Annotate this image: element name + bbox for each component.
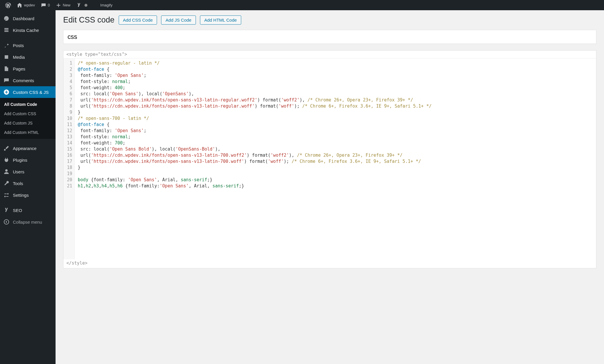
- collapse-icon: [4, 219, 9, 225]
- yoast-icon: [76, 3, 82, 8]
- line-number-gutter: 123456789101112131415161718192021: [63, 58, 75, 259]
- sidebar-item-label: Kinsta Cache: [13, 28, 39, 33]
- dashboard-icon: [4, 15, 9, 21]
- comment-icon: [4, 77, 9, 83]
- wp-logo-icon: [5, 2, 11, 8]
- sidebar-collapse-button[interactable]: Collapse menu: [0, 216, 56, 228]
- media-icon: [4, 54, 9, 60]
- editor-close-tag: </style>: [63, 259, 596, 268]
- site-home-button[interactable]: wpdev: [14, 0, 38, 10]
- comments-icon: [41, 3, 46, 8]
- submenu-add-custom-html[interactable]: Add Custom HTML: [0, 128, 56, 137]
- sidebar-item-label: Media: [13, 55, 25, 60]
- wrench-icon: [4, 180, 9, 186]
- document-title-input[interactable]: [63, 30, 596, 44]
- page-header: Edit CSS code Add CSS Code Add JS Code A…: [63, 15, 596, 25]
- sidebar-item-tools[interactable]: Tools: [0, 177, 56, 189]
- main-content: Edit CSS code Add CSS Code Add JS Code A…: [56, 10, 604, 364]
- comments-count: 0: [48, 3, 50, 7]
- sidebar-item-label: Posts: [13, 43, 24, 48]
- code-editor: <style type="text/css"> 1234567891011121…: [63, 50, 596, 268]
- sidebar-item-custom-css-js[interactable]: Custom CSS & JS: [0, 86, 56, 98]
- sidebar-item-users[interactable]: Users: [0, 166, 56, 177]
- sidebar-item-label: Plugins: [13, 158, 27, 163]
- admin-toolbar: wpdev 0 New Imagify: [0, 0, 604, 10]
- add-html-code-button[interactable]: Add HTML Code: [200, 15, 241, 25]
- sidebar-item-pages[interactable]: Pages: [0, 63, 56, 75]
- sidebar-item-label: Custom CSS & JS: [13, 90, 49, 95]
- sidebar-item-plugins[interactable]: Plugins: [0, 154, 56, 166]
- sidebar-item-label: Appearance: [13, 146, 37, 151]
- yoast-button[interactable]: [73, 0, 90, 10]
- sidebar-item-appearance[interactable]: Appearance: [0, 142, 56, 154]
- submenu-add-custom-js[interactable]: Add Custom JS: [0, 118, 56, 128]
- sidebar-submenu: All Custom Code Add Custom CSS Add Custo…: [0, 98, 56, 139]
- new-label: New: [63, 3, 70, 7]
- seo-icon: [4, 207, 9, 213]
- sliders-icon: [4, 192, 9, 198]
- add-css-code-button[interactable]: Add CSS Code: [119, 15, 157, 25]
- sidebar-item-dashboard[interactable]: Dashboard: [0, 13, 56, 24]
- svg-point-1: [5, 169, 8, 172]
- site-name-label: wpdev: [24, 3, 35, 7]
- sidebar-item-label: Users: [13, 169, 24, 174]
- home-icon: [17, 3, 22, 8]
- sidebar-item-label: Dashboard: [13, 16, 34, 21]
- pages-icon: [4, 66, 9, 72]
- page-title: Edit CSS code: [63, 15, 115, 25]
- plug-icon: [4, 157, 9, 163]
- plus-circle-icon: [4, 89, 9, 95]
- sidebar-item-label: Settings: [13, 193, 29, 198]
- submenu-all-custom-code[interactable]: All Custom Code: [0, 100, 56, 109]
- sidebar-item-label: Comments: [13, 78, 34, 83]
- comments-button[interactable]: 0: [38, 0, 53, 10]
- sidebar-item-label: Pages: [13, 66, 25, 71]
- add-js-code-button[interactable]: Add JS Code: [161, 15, 196, 25]
- status-dot-icon: [84, 4, 87, 7]
- sidebar-item-comments[interactable]: Comments: [0, 75, 56, 86]
- code-area[interactable]: /* open-sans-regular - latin */@font-fac…: [75, 58, 596, 259]
- cache-icon: [4, 27, 9, 33]
- editor-open-tag: <style type="text/css">: [63, 51, 596, 58]
- imagify-label: Imagify: [100, 3, 113, 7]
- sidebar-item-seo[interactable]: SEO: [0, 204, 56, 216]
- sidebar-item-label: Collapse menu: [13, 220, 42, 225]
- imagify-button[interactable]: Imagify: [97, 0, 115, 10]
- sidebar-item-label: Tools: [13, 181, 23, 186]
- new-button[interactable]: New: [53, 0, 73, 10]
- sidebar-item-settings[interactable]: Settings: [0, 189, 56, 201]
- wp-logo-button[interactable]: [2, 0, 14, 10]
- admin-sidebar: Dashboard Kinsta Cache Posts Media Pages…: [0, 10, 56, 364]
- submenu-add-custom-css[interactable]: Add Custom CSS: [0, 109, 56, 118]
- sidebar-item-label: SEO: [13, 208, 22, 213]
- brush-icon: [4, 145, 9, 151]
- sidebar-item-posts[interactable]: Posts: [0, 39, 56, 51]
- user-icon: [4, 169, 9, 175]
- sidebar-item-media[interactable]: Media: [0, 51, 56, 63]
- pin-icon: [4, 42, 9, 48]
- sidebar-item-kinsta-cache[interactable]: Kinsta Cache: [0, 24, 56, 36]
- plus-icon: [56, 3, 61, 8]
